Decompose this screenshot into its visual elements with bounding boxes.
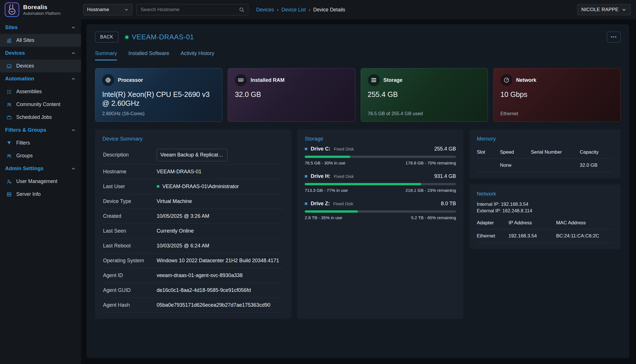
drive-remaining-label: 5.2 TB - 65% remaining (411, 215, 456, 220)
panel-title: Network (477, 191, 613, 197)
sidebar-item-devices[interactable]: Devices (0, 60, 81, 72)
network-panel: Network Internal IP: 192.168.3.54 Extern… (469, 184, 621, 249)
summary-row-agent-guid: Agent GUID de16c0c1-8aa2-4d18-9585-9ce91… (102, 283, 284, 298)
stat-cards-row: Processor Intel(R) Xeon(R) CPU E5-2690 v… (95, 68, 621, 122)
groups-icon (6, 153, 12, 159)
summary-row-device-type: Device Type Virtual Machine (102, 194, 284, 209)
sidebar-item-label: Assemblies (16, 89, 42, 95)
hostname-filter-select[interactable]: Hostname (83, 4, 132, 15)
breadcrumb-device-list[interactable]: Device List (281, 7, 306, 13)
drive-bullet-icon (305, 148, 307, 150)
card-subtitle (235, 109, 348, 116)
sidebar-item-community-content[interactable]: Community Content (0, 98, 81, 111)
top-header: Hostname Devices › Device List › Device … (81, 0, 636, 19)
sidebar-section-filters-groups[interactable]: Filters & Groups (0, 124, 81, 137)
chevron-down-icon (621, 7, 627, 12)
breadcrumb: Devices › Device List › Device Details (256, 7, 345, 13)
network-table: Adapter IP Address MAC Address Ethernet … (477, 217, 613, 243)
memory-table: Slot Speed Serial Number Capacity None 3… (477, 146, 613, 172)
ip-addresses: Internal IP: 192.168.3.54 External IP: 1… (477, 201, 613, 215)
sidebar-item-label: Server Info (16, 191, 41, 197)
sidebar-section-sites[interactable]: Sites (0, 21, 81, 34)
sidebar-section-admin-settings[interactable]: Admin Settings (0, 162, 81, 175)
summary-row-last-user: Last User VEEAM-DRAAS-01\Administrator (102, 179, 284, 194)
ram-icon (235, 74, 247, 86)
sidebar-item-label: Groups (16, 153, 33, 159)
chevron-down-icon (124, 7, 129, 12)
panel-title: Storage (305, 136, 456, 142)
search-box (136, 4, 248, 15)
storage-card: Storage 255.4 GB 76.5 GB of 255.4 GB use… (361, 68, 488, 122)
summary-row-operating-system: Operating System Windows 10 2022 Datacen… (102, 253, 284, 268)
online-status-dot (157, 185, 159, 188)
chevron-up-icon (71, 51, 76, 56)
sidebar-item-server-info[interactable]: Server Info (0, 188, 81, 201)
page-title: VEEAM-DRAAS-01 (132, 33, 194, 41)
app-logo-area: Borealis Automation Platform (0, 0, 81, 19)
breadcrumb-devices[interactable]: Devices (256, 7, 274, 13)
drive-used-label: 713.3 GB - 77% in use (305, 188, 348, 193)
chevron-up-icon (71, 25, 76, 30)
drive-bullet-icon (305, 175, 307, 178)
sidebar-item-filters[interactable]: Filters (0, 137, 81, 149)
tab-activity-history[interactable]: Activity History (181, 50, 214, 60)
summary-row-agent-hash: Agent Hash 05ba0e7935171d626ecea29b27d7a… (102, 298, 284, 313)
sidebar-item-all-sites[interactable]: All Sites (0, 34, 81, 47)
sidebar-item-assemblies[interactable]: Assemblies (0, 85, 81, 98)
briefcase-icon (6, 115, 12, 120)
card-subtitle: Ethernet (500, 108, 613, 116)
device-title-row: BACK VEEAM-DRAAS-01 ••• (95, 32, 621, 42)
internal-ip: Internal IP: 192.168.3.54 (477, 201, 613, 208)
section-label: Admin Settings (5, 166, 44, 172)
server-icon (6, 192, 12, 197)
sidebar-item-label: Community Content (16, 101, 60, 107)
description-input[interactable] (157, 149, 227, 161)
search-input[interactable] (136, 4, 248, 15)
drive-remaining-label: 178.8 GB - 70% remaining (405, 160, 456, 165)
panel-title: Memory (477, 136, 613, 142)
drive-remaining-label: 218.1 GB - 23% remaining (405, 188, 456, 193)
tab-installed-software[interactable]: Installed Software (128, 50, 169, 60)
drive-usage-bar (305, 183, 456, 185)
filter-icon (6, 140, 12, 146)
breadcrumb-separator: › (277, 7, 278, 13)
more-options-button[interactable]: ••• (607, 32, 621, 42)
card-title: Processor (118, 77, 143, 83)
device-details-panel: BACK VEEAM-DRAAS-01 ••• Summary Installe… (86, 24, 629, 358)
drive-usage-bar (305, 156, 456, 158)
storage-panel: Storage Drive C: Fixed Disk 255.4 GB (297, 129, 463, 319)
summary-row-last-reboot: Last Reboot 10/03/2025 @ 6:24 AM (102, 239, 284, 253)
drive-row-h: Drive H: Fixed Disk 931.4 GB 713.3 GB - … (305, 173, 456, 193)
card-subtitle: 76.5 GB of 255.4 GB used (368, 108, 481, 116)
sidebar-section-automation[interactable]: Automation (0, 72, 81, 85)
sidebar-item-user-management[interactable]: User Management (0, 175, 81, 188)
sidebar-item-scheduled-jobs[interactable]: Scheduled Jobs (0, 111, 81, 124)
external-ip: External IP: 162.248.8.114 (477, 208, 613, 214)
tab-summary[interactable]: Summary (95, 50, 117, 60)
memory-panel: Memory Slot Speed Serial Number Capacity… (469, 129, 621, 178)
section-label: Sites (5, 25, 18, 30)
sidebar-item-label: All Sites (16, 37, 34, 43)
device-tabs: Summary Installed Software Activity Hist… (95, 50, 621, 60)
network-card: Network 10 Gbps Ethernet (493, 68, 621, 122)
user-menu-button[interactable]: NICOLE RAPPE (577, 4, 631, 15)
search-icon (239, 7, 245, 13)
processor-card: Processor Intel(R) Xeon(R) CPU E5-2690 v… (95, 68, 222, 122)
sidebar-section-devices[interactable]: Devices (0, 47, 81, 60)
summary-row-created: Created 10/05/2025 @ 3:26 AM (102, 209, 284, 224)
back-button[interactable]: BACK (95, 32, 118, 42)
card-value: Intel(R) Xeon(R) CPU E5-2690 v3 @ 2.60GH… (102, 90, 215, 108)
chevron-up-icon (71, 76, 76, 82)
summary-row-description: Description (102, 146, 284, 164)
summary-row-agent-id: Agent ID veeam-draas-01-agent-svc-8930a3… (102, 268, 284, 283)
section-label: Filters & Groups (5, 127, 46, 133)
sidebar-item-groups[interactable]: Groups (0, 149, 81, 162)
drive-used-label: 76.5 GB - 30% in use (305, 160, 346, 165)
borealis-logo-icon (5, 2, 19, 17)
card-title: Storage (383, 77, 403, 83)
card-value: 255.4 GB (368, 90, 481, 99)
laptop-icon (6, 63, 12, 69)
card-value: 32.0 GB (235, 90, 348, 99)
card-subtitle: 2.60GHz (16-Cores) (102, 108, 215, 116)
breadcrumb-current: Device Details (313, 7, 345, 13)
